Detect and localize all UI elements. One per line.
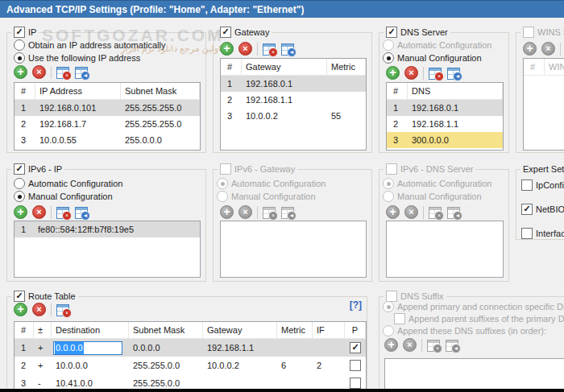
table-row[interactable]: 2 192.168.1.7 255.255.255.0: [15, 116, 200, 132]
badge-x-icon: ×: [268, 211, 278, 221]
gateway-enabled-checkbox[interactable]: ✓: [220, 27, 231, 38]
delete-icon-disabled: ×: [404, 205, 418, 219]
wins-toolbar: + × × ◄: [523, 42, 564, 56]
ipv6-ip-manual-label: Manual Configuration: [28, 192, 113, 201]
cell-num: 3: [387, 135, 408, 145]
ip-obtain-auto-radio[interactable]: Obtain an IP address automatically: [14, 39, 165, 51]
badge-x-icon: ×: [62, 308, 72, 318]
clear-list-icon[interactable]: ×: [56, 206, 70, 219]
route-help-link[interactable]: [?]: [350, 299, 362, 311]
radio-disabled-selected-icon: [217, 178, 228, 189]
wins-table: # WINS: [523, 58, 564, 151]
expert-netbios-row[interactable]: ✓ NetBIOS: [521, 202, 564, 217]
ipv6-ip-enabled-checkbox[interactable]: ✓: [14, 163, 25, 175]
dns-suffix-enabled-checkbox[interactable]: [386, 291, 397, 302]
table-row[interactable]: 2 192.168.1.1: [221, 92, 366, 108]
dns-suffix-list: [384, 358, 564, 390]
table-row[interactable]: 1 192.168.0.101 255.255.255.0: [15, 100, 200, 116]
ipconfig-checkbox[interactable]: [521, 179, 533, 191]
cell-num: 2: [15, 119, 35, 129]
col-header-num: #: [15, 322, 34, 338]
destination-edit-input[interactable]: 0.0.0.0: [53, 341, 122, 355]
badge-arrow-icon: ◄: [453, 211, 462, 221]
ipv6-gateway-enabled-checkbox[interactable]: [220, 163, 231, 175]
ipv6-gateway-list: [220, 221, 367, 278]
clear-list-icon[interactable]: ×: [56, 303, 70, 316]
dns-enabled-checkbox[interactable]: ✓: [386, 27, 397, 38]
col-header-num: #: [524, 59, 545, 75]
col-header-ip-address: IP Address: [35, 83, 121, 99]
table-row[interactable]: 3 - 10.41.0.0 255.255.0.0: [15, 374, 366, 390]
plus-glyph: +: [389, 206, 396, 217]
suffix-parent-checkbox-row: Append parent suffixes of the primary DN…: [394, 313, 564, 324]
selected-text: 0.0.0.0: [55, 342, 84, 354]
route-enabled-checkbox[interactable]: ✓: [14, 291, 25, 302]
ip-use-following-radio[interactable]: Use the following IP address: [14, 52, 140, 64]
advanced-tcpip-dialog: Advanced TCP/IP Settings (Profile: "Home…: [0, 0, 564, 392]
table-row-invalid[interactable]: 3 300.0.0.0: [387, 132, 503, 148]
ipv6-ip-manual-radio[interactable]: Manual Configuration: [14, 191, 113, 202]
clear-list-icon[interactable]: ×: [56, 66, 70, 79]
check-icon: ✓: [15, 291, 23, 300]
x-glyph: ×: [407, 340, 412, 349]
ipv6-ip-auto-radio[interactable]: Automatic Configuration: [14, 178, 122, 189]
delete-icon[interactable]: ×: [404, 66, 418, 80]
expert-ipconfig-row[interactable]: IpConfig: [521, 178, 564, 192]
import-list-icon[interactable]: ◄: [75, 66, 89, 79]
import-list-icon[interactable]: ◄: [281, 43, 295, 56]
route-panel-title: Route Table: [28, 291, 76, 302]
persistent-checkbox[interactable]: ✓: [350, 342, 361, 353]
import-list-icon[interactable]: ◄: [447, 67, 461, 80]
title-bar: Advanced TCP/IP Settings (Profile: "Home…: [0, 0, 564, 18]
col-header-p: P: [345, 322, 366, 338]
netbios-checkbox[interactable]: ✓: [521, 204, 533, 215]
dns-manual-radio[interactable]: Manual Configuration: [383, 52, 482, 64]
delete-icon[interactable]: ×: [32, 205, 46, 219]
delete-icon-disabled: ×: [541, 42, 555, 56]
add-icon-disabled: +: [384, 338, 398, 352]
ip-enabled-checkbox[interactable]: ✓: [14, 27, 25, 38]
clear-list-icon[interactable]: ×: [263, 43, 276, 56]
col-header-num: #: [387, 83, 408, 99]
ipv6-dns-manual-label: Manual Configuration: [397, 192, 482, 201]
table-row[interactable]: 1 + 0.0.0.0 0.0.0.0 192.168.1.1 ✓: [15, 339, 366, 357]
import-list-icon[interactable]: ◄: [75, 206, 89, 219]
cell-gateway: 192.168.0.1: [242, 79, 327, 89]
ipv6-dns-panel-title: IPv6 - DNS Server: [400, 163, 473, 175]
check-icon: ✓: [222, 27, 229, 36]
clear-list-icon[interactable]: ×: [429, 67, 442, 80]
persistent-checkbox[interactable]: [350, 378, 361, 389]
table-row[interactable]: 1 fe80::584:12ff:b7f8:19e5: [15, 221, 200, 237]
delete-icon[interactable]: ×: [32, 303, 46, 316]
add-icon[interactable]: +: [14, 205, 27, 219]
add-icon[interactable]: +: [14, 303, 27, 316]
wins-caption: WINS Server: [520, 27, 564, 38]
expert-interface-row[interactable]: Interface: [521, 226, 564, 241]
table-row[interactable]: 2 + 10.0.0.0 255.255.0.0 10.0.0.2 6 2: [15, 357, 366, 374]
add-icon[interactable]: +: [386, 66, 400, 80]
panel-route-table: ✓ Route Table [?] + × × # ± Destination …: [6, 296, 367, 392]
table-row[interactable]: 3 10.0.0.55 255.0.0.0: [15, 132, 200, 148]
cell-plusminus: -: [34, 378, 52, 388]
interface-checkbox[interactable]: [521, 228, 533, 239]
ip-toolbar: + × × ◄: [14, 65, 89, 79]
table-row[interactable]: 2 192.168.1.1: [387, 116, 503, 132]
table-row[interactable]: 1 192.168.0.1: [221, 76, 366, 92]
cell-ip: 10.0.0.55: [35, 135, 121, 145]
ipv6-dns-auto-label: Automatic Configuration: [397, 179, 491, 188]
ipv6-dns-enabled-checkbox[interactable]: [386, 163, 397, 175]
col-header-dns: DNS: [408, 83, 503, 99]
add-icon[interactable]: +: [14, 65, 27, 79]
table-row[interactable]: 1 192.168.0.1: [387, 100, 503, 116]
cell-num: 1: [15, 225, 34, 234]
suffix-primary-radio: Append primary and connection specific D…: [383, 301, 564, 312]
ip-table-header: # IP Address Subnet Mask: [15, 83, 200, 100]
route-toolbar: + × ×: [14, 303, 70, 316]
ip-caption: ✓ IP: [11, 27, 39, 38]
table-row[interactable]: 3 10.0.0.2 55: [221, 108, 366, 124]
add-icon[interactable]: +: [220, 42, 234, 56]
import-list-icon-disabled: ◄: [447, 206, 461, 219]
delete-icon[interactable]: ×: [238, 42, 252, 56]
persistent-checkbox[interactable]: [350, 360, 361, 371]
delete-icon[interactable]: ×: [32, 65, 46, 79]
